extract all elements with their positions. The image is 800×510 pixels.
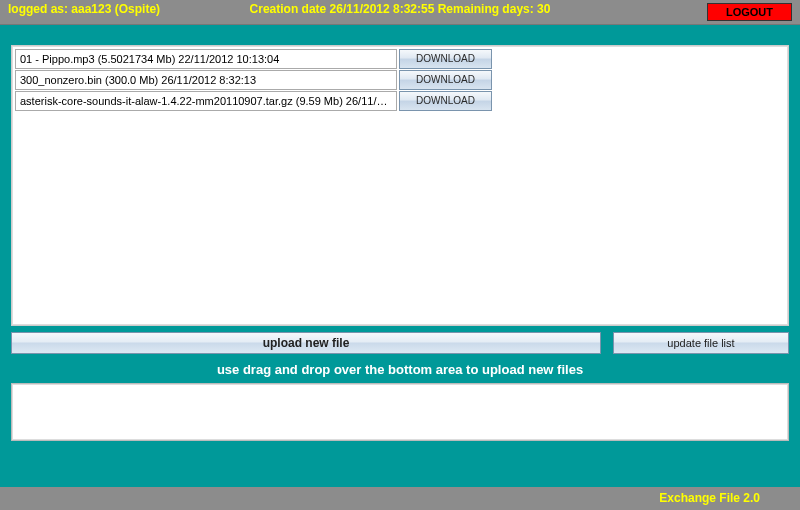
download-button[interactable]: DOWNLOAD <box>399 91 492 111</box>
file-name: 300_nonzero.bin (300.0 Mb) 26/11/2012 8:… <box>15 70 397 90</box>
file-list-panel: 01 - Pippo.mp3 (5.5021734 Mb) 22/11/2012… <box>11 45 789 326</box>
upload-new-file-button[interactable]: upload new file <box>11 332 601 354</box>
update-file-list-button[interactable]: update file list <box>613 332 789 354</box>
drop-area[interactable] <box>11 383 789 441</box>
login-info: logged as: aaa123 (Ospite) <box>8 2 160 16</box>
brand-label: Exchange File 2.0 <box>659 491 760 505</box>
main-panel: 01 - Pippo.mp3 (5.5021734 Mb) 22/11/2012… <box>0 25 800 487</box>
header-bar: logged as: aaa123 (Ospite) Creation date… <box>0 0 800 25</box>
file-name: 01 - Pippo.mp3 (5.5021734 Mb) 22/11/2012… <box>15 49 397 69</box>
action-button-row: upload new file update file list <box>11 332 789 354</box>
file-row: asterisk-core-sounds-it-alaw-1.4.22-mm20… <box>15 91 785 111</box>
creation-info: Creation date 26/11/2012 8:32:55 Remaini… <box>250 2 551 16</box>
file-name: asterisk-core-sounds-it-alaw-1.4.22-mm20… <box>15 91 397 111</box>
file-row: 01 - Pippo.mp3 (5.5021734 Mb) 22/11/2012… <box>15 49 785 69</box>
footer-bar: Exchange File 2.0 <box>0 487 800 510</box>
download-button[interactable]: DOWNLOAD <box>399 70 492 90</box>
logout-button[interactable]: LOGOUT <box>707 3 792 21</box>
drag-hint-label: use drag and drop over the bottom area t… <box>11 362 789 377</box>
file-row: 300_nonzero.bin (300.0 Mb) 26/11/2012 8:… <box>15 70 785 90</box>
download-button[interactable]: DOWNLOAD <box>399 49 492 69</box>
